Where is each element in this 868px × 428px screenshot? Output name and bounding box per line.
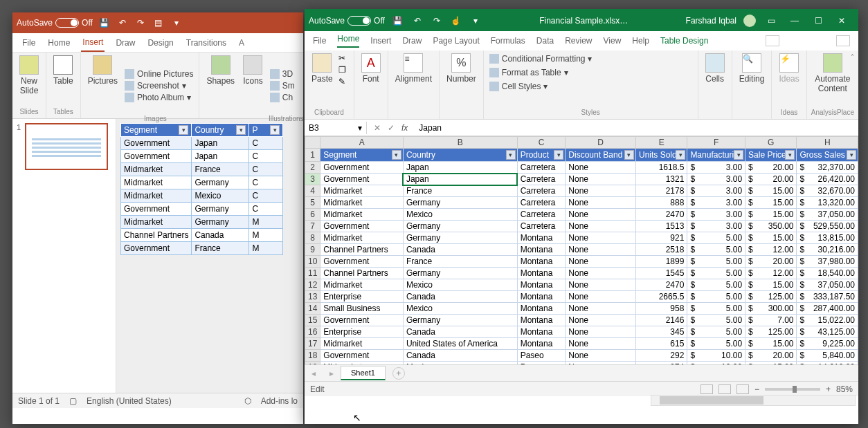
cell[interactable]: 1899 (635, 256, 687, 268)
cell[interactable]: Germany (403, 221, 517, 232)
col-header-H[interactable]: H (797, 137, 858, 149)
editing-button[interactable]: 🔍Editing (736, 52, 768, 85)
cell[interactable]: Midmarket (320, 338, 404, 350)
new-slide-button[interactable]: New Slide (17, 54, 42, 97)
row-header[interactable]: 8 (305, 232, 320, 244)
row-header[interactable]: 9 (305, 244, 320, 256)
cell[interactable]: 1618.5 (635, 162, 687, 174)
cell[interactable]: $37,050.00 (797, 209, 858, 221)
new-sheet-button[interactable]: + (392, 367, 405, 380)
cell[interactable]: Midmarket (320, 232, 404, 244)
cell[interactable]: None (566, 326, 636, 338)
col-header-B[interactable]: B (403, 137, 517, 149)
cell[interactable]: $5.00 (687, 338, 745, 350)
cell[interactable]: None (566, 256, 636, 268)
cell[interactable]: $10.00 (687, 362, 745, 365)
xl-tab-file[interactable]: File (313, 36, 326, 46)
formula-value[interactable]: Japan (415, 123, 858, 133)
cell[interactable]: $37,980.00 (797, 256, 858, 268)
cell[interactable]: Japan (403, 162, 517, 174)
cell[interactable]: Mexico (403, 279, 517, 291)
xl-tab-review[interactable]: Review (565, 36, 592, 46)
row-header[interactable]: 3 (305, 174, 320, 185)
pp-cell[interactable]: C (249, 150, 283, 163)
row-header[interactable]: 16 (305, 326, 320, 338)
normal-view-icon[interactable] (700, 384, 713, 394)
redo-icon[interactable]: ↷ (134, 17, 147, 29)
cell[interactable]: None (566, 268, 636, 279)
cell[interactable]: Enterprise (320, 326, 404, 338)
xl-zoom-level[interactable]: 85% (836, 384, 853, 394)
col-header-A[interactable]: A (320, 137, 404, 149)
cell[interactable]: $15.00 (745, 279, 797, 291)
xl-tab-home[interactable]: Home (337, 34, 359, 48)
accessibility-icon[interactable]: ▢ (69, 396, 77, 406)
cell[interactable]: Germany (403, 315, 517, 326)
cell[interactable]: $7.00 (745, 315, 797, 326)
pp-tab-draw[interactable]: Draw (114, 35, 136, 51)
cell[interactable]: $300.00 (745, 303, 797, 315)
cell[interactable]: $20.00 (745, 174, 797, 185)
cell[interactable]: $5.00 (687, 326, 745, 338)
cell[interactable]: United States of America (403, 338, 517, 350)
pp-cell[interactable]: C (249, 137, 283, 150)
cell[interactable]: Germany (403, 232, 517, 244)
cell[interactable]: $3.00 (687, 162, 745, 174)
xl-grid[interactable]: ABCDEFGH1Segment▾Country▾Product▾Discoun… (305, 136, 858, 364)
pp-cell[interactable]: France (192, 163, 249, 176)
table-col-header[interactable]: Segment▾ (320, 149, 404, 162)
pp-col-header[interactable]: Country (192, 124, 249, 137)
pp-tab-design[interactable]: Design (146, 35, 174, 51)
table-col-header[interactable]: Country▾ (403, 149, 517, 162)
enter-icon[interactable]: ✓ (388, 123, 395, 133)
cell[interactable]: $15.00 (745, 232, 797, 244)
filter-icon[interactable]: ▾ (785, 150, 795, 160)
table-button[interactable]: Table (51, 54, 76, 87)
row-header[interactable]: 18 (305, 350, 320, 362)
table-col-header[interactable]: Units Sold▾ (635, 149, 687, 162)
copy-icon[interactable]: ❐ (338, 65, 350, 76)
cell[interactable]: Government (320, 315, 404, 326)
automate-content-button[interactable]: Automate Content (811, 52, 854, 95)
table-col-header[interactable]: Discount Band▾ (566, 149, 636, 162)
xl-tab-view[interactable]: View (604, 36, 622, 46)
xl-undo-icon[interactable]: ↶ (411, 15, 424, 27)
xl-more-icon[interactable]: ▾ (469, 15, 482, 27)
cell[interactable]: $15.00 (745, 338, 797, 350)
chart-button[interactable]: Ch (269, 92, 296, 103)
pp-tab-more[interactable]: A (237, 35, 246, 51)
share-icon[interactable] (766, 35, 779, 46)
addins-icon[interactable]: ⬡ (244, 396, 251, 406)
cell[interactable]: Government (320, 221, 404, 232)
cell[interactable]: $5.00 (687, 232, 745, 244)
col-header-G[interactable]: G (745, 137, 797, 149)
pp-cell[interactable]: Mexico (192, 189, 249, 203)
cell[interactable]: Germany (403, 197, 517, 209)
sheet-tab-sheet1[interactable]: Sheet1 (341, 366, 386, 380)
cell[interactable]: None (566, 221, 636, 232)
cell[interactable]: Montana (517, 303, 566, 315)
cell[interactable]: None (566, 185, 636, 197)
cell[interactable]: Paseo (517, 362, 566, 365)
cell[interactable]: $9,225.00 (797, 338, 858, 350)
cell[interactable]: 2470 (635, 279, 687, 291)
filter-icon[interactable]: ▾ (734, 150, 743, 160)
cell[interactable]: $20.00 (745, 256, 797, 268)
smartart-button[interactable]: Sm (269, 80, 296, 91)
cell[interactable]: $37,050.00 (797, 279, 858, 291)
cell[interactable]: $43,125.00 (797, 326, 858, 338)
cell[interactable]: Mexico (403, 303, 517, 315)
row-header[interactable]: 14 (305, 303, 320, 315)
cell[interactable]: 2470 (635, 209, 687, 221)
cell[interactable]: Channel Partners (320, 268, 404, 279)
cell[interactable]: None (566, 209, 636, 221)
cut-icon[interactable]: ✂ (338, 53, 350, 64)
paste-button[interactable]: Paste (309, 52, 336, 89)
row-header[interactable]: 2 (305, 162, 320, 174)
cell[interactable]: $20.00 (745, 162, 797, 174)
conditional-formatting-button[interactable]: Conditional Formatting▾ (488, 53, 694, 64)
row-header[interactable]: 4 (305, 185, 320, 197)
cell[interactable]: 974 (635, 362, 687, 365)
cell[interactable]: $10.00 (687, 350, 745, 362)
row-header[interactable]: 1 (305, 149, 320, 162)
